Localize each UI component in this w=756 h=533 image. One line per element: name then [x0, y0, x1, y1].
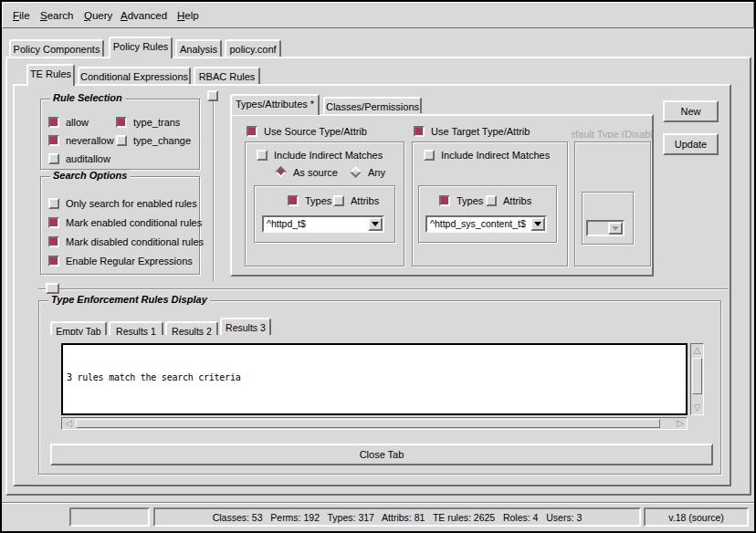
checkbox-type-trans[interactable]: type_trans	[116, 116, 180, 128]
target-combo-dropdown-button[interactable]	[530, 217, 545, 231]
scroll-up-button[interactable]: △	[691, 344, 703, 357]
target-frame: Include Indirect Matches Types Attribs ^…	[412, 141, 568, 266]
menu-file[interactable]: File	[13, 10, 30, 21]
source-indirect-row[interactable]: Include Indirect Matches	[257, 149, 383, 161]
source-frame: Include Indirect Matches As source Any T…	[245, 141, 404, 266]
use-target-row[interactable]: Use Target Type/Attrib	[414, 125, 530, 137]
source-attribs-row[interactable]: Attribs	[333, 194, 379, 206]
vertical-scroll-thumb[interactable]	[692, 358, 702, 394]
mark-enabled-checkbox[interactable]	[48, 217, 59, 228]
update-button[interactable]: Update	[663, 133, 719, 155]
tab-policy-rules[interactable]: Policy Rules	[109, 37, 173, 58]
tab-policy-components[interactable]: Policy Components	[9, 39, 104, 57]
scroll-down-button[interactable]: ▽	[691, 402, 703, 414]
allow-checkbox[interactable]	[48, 117, 59, 128]
results-summary: 3 rules match the search criteria	[67, 371, 682, 383]
target-type-combobox[interactable]: ^httpd_sys_content_t$	[425, 215, 547, 233]
menu-query[interactable]: Query	[84, 10, 112, 21]
horizontal-sash[interactable]	[38, 288, 728, 290]
tab-results-3[interactable]: Results 3	[220, 318, 271, 335]
checkbox-auditallow[interactable]: auditallow	[48, 152, 110, 164]
target-attribs-checkbox[interactable]	[486, 195, 497, 206]
close-tab-button[interactable]: Close Tab	[50, 444, 713, 465]
tab-te-rules[interactable]: TE Rules	[26, 64, 75, 86]
status-box-stats: Classes: 53 Perms: 192 Types: 317 Attrib…	[153, 507, 641, 527]
neverallow-checkbox[interactable]	[48, 135, 59, 146]
status-box-empty	[69, 507, 150, 527]
default-combo-dropdown-button	[608, 222, 623, 235]
checkbox-allow[interactable]: allow	[48, 116, 89, 128]
checkbox-mark-disabled[interactable]: Mark disabled conditional rules	[48, 235, 204, 247]
target-types-row[interactable]: Types	[439, 194, 483, 206]
vertical-sash-handle[interactable]	[207, 90, 218, 101]
tab-types-attributes[interactable]: Types/Attributes *	[230, 94, 320, 115]
menu-search[interactable]: Search	[40, 10, 73, 21]
tab-results-2[interactable]: Results 2	[165, 321, 218, 335]
mark-disabled-checkbox[interactable]	[48, 236, 59, 247]
menu-help[interactable]: Help	[177, 10, 199, 21]
enabled-only-checkbox[interactable]	[48, 198, 59, 209]
target-indirect-label: Include Indirect Matches	[441, 150, 550, 161]
scroll-right-button[interactable]: ▷	[674, 418, 687, 429]
source-type-combobox[interactable]: ^httpd_t$	[262, 215, 384, 233]
checkbox-neverallow[interactable]: neverallow	[48, 134, 114, 146]
checkbox-enabled-only[interactable]: Only search for enabled rules	[48, 197, 197, 209]
target-types-label: Types	[457, 195, 483, 206]
source-types-row[interactable]: Types	[288, 194, 331, 206]
target-types-checkbox[interactable]	[439, 195, 450, 206]
target-indirect-row[interactable]: Include Indirect Matches	[424, 149, 550, 161]
use-source-row[interactable]: Use Source Type/Attrib	[247, 125, 367, 137]
vertical-sash[interactable]	[213, 92, 215, 282]
checkbox-type-change[interactable]: type_change	[116, 134, 191, 146]
source-indirect-checkbox[interactable]	[257, 150, 268, 161]
tab-rbac-rules[interactable]: RBAC Rules	[194, 67, 260, 84]
use-source-checkbox[interactable]	[247, 126, 257, 137]
as-source-radio[interactable]	[275, 166, 287, 178]
status-version-text: v.18 (source)	[668, 512, 724, 523]
source-types-frame: Types Attribs ^httpd_t$	[254, 185, 395, 243]
neverallow-label: neverallow	[66, 135, 114, 146]
target-indirect-checkbox[interactable]	[424, 150, 435, 161]
any-radio[interactable]	[350, 166, 362, 178]
horizontal-sash-handle[interactable]	[46, 283, 59, 294]
type-change-label: type_change	[133, 135, 191, 146]
tab-conditional-expressions[interactable]: Conditional Expressions	[78, 67, 191, 84]
tab-empty-tab[interactable]: Empty Tab	[50, 321, 107, 335]
source-types-checkbox[interactable]	[288, 195, 299, 206]
chevron-down-icon	[534, 222, 541, 226]
use-target-checkbox[interactable]	[414, 126, 425, 137]
default-type-frame	[574, 141, 651, 266]
use-target-label: Use Target Type/Attrib	[431, 126, 530, 137]
source-attribs-checkbox[interactable]	[333, 195, 344, 206]
results-vertical-scrollbar[interactable]: △ ▽	[690, 343, 704, 415]
search-options-title: Search Options	[50, 170, 130, 181]
tab-results-1[interactable]: Results 1	[109, 321, 163, 335]
checkbox-regex[interactable]: Enable Regular Expressions	[48, 255, 193, 266]
results-horizontal-scrollbar[interactable]: ◁ ▷	[61, 417, 688, 430]
horizontal-scroll-thumb[interactable]	[76, 419, 660, 428]
auditallow-checkbox[interactable]	[48, 153, 59, 164]
tab-classes-permissions[interactable]: Classes/Permissions	[323, 97, 422, 113]
target-attribs-row[interactable]: Attribs	[486, 194, 531, 206]
chevron-down-icon	[612, 226, 619, 231]
source-combo-dropdown-button[interactable]	[368, 217, 383, 231]
tab-policy-conf[interactable]: policy.conf	[225, 39, 281, 57]
scroll-left-button[interactable]: ◁	[62, 418, 75, 429]
mark-enabled-label: Mark enabled conditional rules	[66, 217, 202, 228]
status-stats-text: Classes: 53 Perms: 192 Types: 317 Attrib…	[213, 512, 583, 523]
use-source-label: Use Source Type/Attrib	[264, 126, 367, 137]
source-indirect-label: Include Indirect Matches	[274, 150, 383, 161]
regex-checkbox[interactable]	[48, 256, 59, 266]
new-button[interactable]: New	[663, 100, 719, 122]
app-window: File Search Query Advanced Help Policy C…	[0, 0, 756, 533]
tab-analysis[interactable]: Analysis	[175, 39, 222, 57]
type-change-checkbox[interactable]	[116, 135, 127, 146]
source-attribs-label: Attribs	[351, 195, 379, 206]
menu-advanced[interactable]: Advanced	[121, 10, 167, 21]
te-rules-page: Rule Selection allow neverallow auditall…	[13, 84, 731, 486]
allow-label: allow	[66, 117, 89, 128]
type-trans-checkbox[interactable]	[116, 117, 127, 128]
checkbox-mark-enabled[interactable]: Mark enabled conditional rules	[48, 216, 202, 228]
enabled-only-label: Only search for enabled rules	[66, 198, 197, 209]
results-text-area[interactable]: 3 rules match the search criteria (5822)…	[61, 343, 688, 415]
